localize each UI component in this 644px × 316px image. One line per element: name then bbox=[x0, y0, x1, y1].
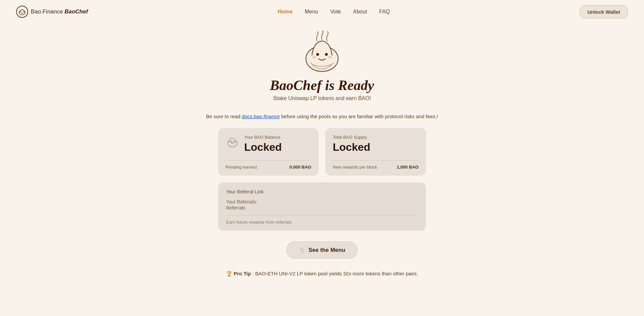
rewards-per-block-value: 1,000 BAO bbox=[397, 165, 419, 170]
hero-subtitle: Stake Uniswap LP tokens and earn BAO! bbox=[273, 95, 371, 101]
nav-about[interactable]: About bbox=[353, 9, 367, 14]
nav-faq[interactable]: FAQ bbox=[379, 9, 390, 14]
see-menu-label: See the Menu bbox=[309, 247, 345, 254]
pro-tip-text: : BAO-ETH UNI-V2 LP token pool yields 32… bbox=[252, 271, 418, 276]
rewards-per-block-label: New rewards per block bbox=[333, 165, 377, 170]
your-referrals-label: Your Referrals: bbox=[226, 199, 418, 205]
total-supply-label: Total BAO Supply bbox=[333, 135, 419, 140]
pro-tip-label: Pro Tip bbox=[234, 271, 251, 276]
svg-point-6 bbox=[312, 56, 316, 58]
logo-icon bbox=[16, 6, 28, 18]
svg-point-9 bbox=[231, 141, 232, 142]
mascot-area: BaoChef is Ready Stake Uniswap LP tokens… bbox=[270, 30, 374, 109]
card-top: Your BAO Balance Locked bbox=[225, 135, 311, 160]
referrals-value: Referrals bbox=[226, 205, 418, 211]
logo-text: Bao.Finance BaoChef bbox=[31, 8, 88, 15]
svg-point-2 bbox=[23, 12, 23, 12]
pro-tip: 🏆 Pro Tip : BAO-ETH UNI-V2 LP token pool… bbox=[226, 271, 418, 277]
nav-menu[interactable]: Menu bbox=[305, 9, 318, 14]
bao-balance-label: Your BAO Balance bbox=[244, 135, 311, 140]
svg-point-7 bbox=[328, 56, 332, 58]
svg-point-1 bbox=[21, 12, 21, 12]
referral-earn-text: Earn future rewards from referrals bbox=[226, 215, 418, 225]
navbar: Bao.Finance BaoChef Home Menu Vote About… bbox=[0, 0, 644, 24]
pending-harvest-value: 0.000 BAO bbox=[289, 165, 311, 170]
pending-harvest-label: Pending harvest bbox=[225, 165, 257, 170]
svg-point-10 bbox=[233, 141, 234, 142]
main-content: BaoChef is Ready Stake Uniswap LP tokens… bbox=[0, 24, 644, 277]
see-menu-icon: 🍴 bbox=[299, 246, 306, 254]
bao-balance-card: Your BAO Balance Locked Pending harvest … bbox=[218, 128, 319, 176]
bao-balance-value: Locked bbox=[244, 141, 311, 153]
referral-link-title: Your Referral Link: bbox=[226, 189, 418, 194]
notice-text: Be sure to read docs.bao.finance before … bbox=[206, 114, 438, 119]
total-supply-card: Total BAO Supply Locked New rewards per … bbox=[325, 128, 426, 176]
referral-box: Your Referral Link: Your Referrals: Refe… bbox=[218, 182, 426, 231]
docs-link[interactable]: docs.bao.finance bbox=[242, 114, 280, 119]
card-top-content: Your BAO Balance Locked bbox=[244, 135, 311, 160]
hero-title: BaoChef is Ready bbox=[270, 77, 374, 93]
bao-balance-footer: Pending harvest 0.000 BAO bbox=[225, 160, 311, 170]
pro-tip-icon: 🏆 bbox=[226, 271, 232, 276]
bao-balance-icon bbox=[225, 135, 239, 149]
nav-vote[interactable]: Vote bbox=[330, 9, 341, 14]
total-supply-footer: New rewards per block 1,000 BAO bbox=[333, 160, 419, 170]
unlock-wallet-button[interactable]: Unlock Wallet bbox=[580, 5, 628, 18]
svg-point-5 bbox=[325, 53, 328, 56]
mascot-icon bbox=[299, 30, 345, 74]
svg-point-4 bbox=[316, 53, 319, 56]
nav-home[interactable]: Home bbox=[278, 9, 292, 14]
see-menu-button[interactable]: 🍴 See the Menu bbox=[286, 241, 358, 259]
stats-cards: Your BAO Balance Locked Pending harvest … bbox=[218, 128, 426, 176]
nav-links: Home Menu Vote About FAQ bbox=[278, 9, 390, 15]
total-supply-value: Locked bbox=[333, 141, 419, 153]
logo-link[interactable]: Bao.Finance BaoChef bbox=[16, 6, 88, 18]
